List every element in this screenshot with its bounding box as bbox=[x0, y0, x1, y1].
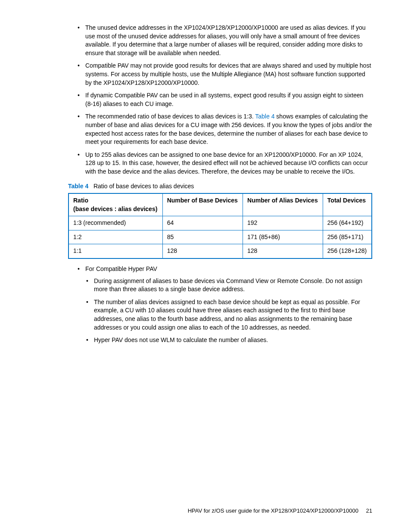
table-caption-label: Table 4 bbox=[68, 183, 88, 190]
table-cell: 128 bbox=[243, 244, 323, 258]
table-cell: 171 (85+86) bbox=[243, 230, 323, 244]
table-header-ratio: Ratio (base devices : alias devices) bbox=[68, 193, 162, 216]
page-number: 21 bbox=[366, 507, 372, 514]
page-footer: HPAV for z/OS user guide for the XP128/X… bbox=[188, 507, 372, 515]
table-cell: 1:1 bbox=[68, 244, 162, 258]
table-cell: 64 bbox=[162, 216, 243, 230]
list-item: During assignment of aliases to base dev… bbox=[94, 277, 372, 294]
table-cell: 256 (128+128) bbox=[323, 244, 372, 258]
table-cell: 85 bbox=[162, 230, 243, 244]
footer-text: HPAV for z/OS user guide for the XP128/X… bbox=[188, 507, 358, 514]
table-cell: 256 (85+171) bbox=[323, 230, 372, 244]
list-item: The unused device addresses in the XP102… bbox=[85, 24, 372, 57]
list-item: If dynamic Compatible PAV can be used in… bbox=[85, 91, 372, 108]
list-item: Hyper PAV does not use WLM to calculate … bbox=[94, 336, 372, 345]
table-header-total: Total Devices bbox=[323, 193, 372, 216]
table-header-base: Number of Base Devices bbox=[162, 193, 243, 216]
ratio-table: Ratio (base devices : alias devices) Num… bbox=[68, 193, 372, 259]
text-segment: The recommended ratio of base devices to… bbox=[85, 113, 255, 120]
table-header-alias: Number of Alias Devices bbox=[243, 193, 323, 216]
table-caption: Table 4 Ratio of base devices to alias d… bbox=[68, 182, 372, 191]
table-cell: 1:2 bbox=[68, 230, 162, 244]
table-row: 1:1 128 128 256 (128+128) bbox=[68, 244, 372, 258]
table-reference-link[interactable]: Table 4 bbox=[255, 113, 274, 120]
hyper-pav-heading: For Compatible Hyper PAV bbox=[85, 265, 157, 272]
header-text: Ratio bbox=[73, 197, 88, 204]
top-bullet-list: The unused device addresses in the XP102… bbox=[68, 24, 372, 176]
table-cell: 256 (64+192) bbox=[323, 216, 372, 230]
list-item: Compatible PAV may not provide good resu… bbox=[85, 62, 372, 87]
list-item: The number of alias devices assigned to … bbox=[94, 298, 372, 332]
table-row: 1:2 85 171 (85+86) 256 (85+171) bbox=[68, 230, 372, 244]
table-row: 1:3 (recommended) 64 192 256 (64+192) bbox=[68, 216, 372, 230]
table-cell: 128 bbox=[162, 244, 243, 258]
table-caption-text: Ratio of base devices to alias devices bbox=[93, 183, 194, 190]
hyper-pav-sublist: During assignment of aliases to base dev… bbox=[85, 277, 372, 345]
table-cell: 1:3 (recommended) bbox=[68, 216, 162, 230]
list-item: The recommended ratio of base devices to… bbox=[85, 112, 372, 146]
list-item: For Compatible Hyper PAV During assignme… bbox=[85, 265, 372, 345]
table-cell: 192 bbox=[243, 216, 323, 230]
list-item: Up to 255 alias devices can be assigned … bbox=[85, 151, 372, 176]
table-header-row: Ratio (base devices : alias devices) Num… bbox=[68, 193, 372, 216]
document-page: The unused device addresses in the XP102… bbox=[0, 0, 411, 532]
hyper-pav-list: For Compatible Hyper PAV During assignme… bbox=[68, 265, 372, 345]
header-text: (base devices : alias devices) bbox=[73, 205, 157, 212]
